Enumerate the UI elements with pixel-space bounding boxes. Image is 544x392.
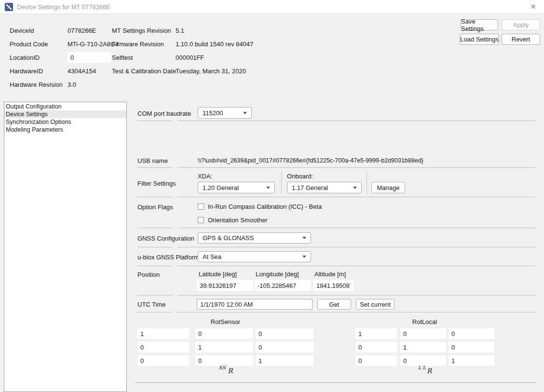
chevron-down-icon — [243, 112, 247, 114]
rotlocal-cell-0-2[interactable] — [449, 328, 494, 339]
product-code-value: MTi-G-710-2A8G4 — [68, 41, 119, 48]
rotlocal-title: RotLocal — [355, 318, 494, 325]
rotsensor-cell-0-2[interactable] — [256, 328, 313, 339]
option-flags-label: Option Flags — [137, 203, 173, 211]
utc-get-button[interactable]: Get — [317, 299, 351, 310]
selftest-label: Selftest — [112, 54, 133, 61]
rotsensor-notation: SS′R — [137, 365, 313, 373]
rotsensor-cell-2-1[interactable] — [195, 355, 253, 366]
xda-filter-dropdown[interactable]: 1.20 General — [198, 182, 275, 193]
separator — [281, 171, 282, 195]
separator — [177, 167, 535, 168]
separator — [177, 295, 535, 296]
utc-set-current-button[interactable]: Set current — [356, 299, 394, 310]
save-settings-button[interactable]: Save Settings — [461, 19, 498, 30]
gnss-configuration-value: GPS & GLONASS — [203, 234, 254, 242]
separator — [137, 247, 172, 247]
separator — [137, 295, 172, 296]
xda-filter-value: 1.20 General — [203, 184, 239, 191]
rotlocal-cell-1-1[interactable] — [400, 342, 446, 352]
separator — [177, 228, 535, 228]
rotlocal-cell-2-1[interactable] — [400, 355, 446, 366]
position-label: Position — [137, 271, 160, 278]
separator — [137, 167, 172, 168]
sidebar-item-output-configuration[interactable]: Output Configuration — [4, 103, 126, 110]
title-bar[interactable]: Device Settings for MT 0778266E ✕ — [0, 0, 544, 14]
separator — [136, 382, 535, 383]
hardwareid-label: HardwareID — [10, 68, 43, 75]
orientation-smoother-checkbox[interactable] — [198, 217, 204, 223]
apply-button[interactable]: Apply — [502, 19, 540, 30]
onboard-filter-dropdown[interactable]: 1.17 General — [287, 182, 362, 193]
separator — [137, 266, 172, 266]
com-baudrate-label: COM port baudrate — [137, 110, 191, 117]
settings-category-list: Output Configuration Device Settings Syn… — [4, 102, 127, 392]
icc-checkbox[interactable] — [198, 203, 204, 210]
chevron-down-icon — [302, 256, 306, 258]
rotsensor-cell-2-2[interactable] — [256, 355, 313, 366]
rotlocal-cell-0-0[interactable] — [355, 328, 397, 339]
rotlocal-cell-2-2[interactable] — [449, 355, 494, 366]
product-code-label: Product Code — [10, 41, 48, 48]
separator — [177, 121, 535, 121]
test-calibration-date-label: Test & Calibration Date — [112, 68, 176, 75]
rotsensor-cell-0-0[interactable] — [137, 328, 189, 339]
revert-button[interactable]: Revert — [502, 34, 540, 45]
firmware-revision-value: 1.10.0 build 1540 rev 84047 — [176, 41, 253, 48]
latitude-input[interactable] — [197, 280, 253, 291]
latitude-label: Latitude [deg] — [199, 270, 237, 278]
usb-name-label: USB name — [137, 157, 168, 164]
sidebar-item-synchronization-options[interactable]: Synchronization Options — [4, 118, 126, 126]
load-settings-button[interactable]: Load Settings — [460, 34, 499, 45]
com-baudrate-dropdown[interactable]: 115200 — [198, 107, 252, 119]
xsens-logo-icon — [5, 3, 13, 11]
rotsensor-cell-2-0[interactable] — [137, 355, 189, 366]
rotlocal-cell-1-0[interactable] — [355, 342, 397, 352]
ublox-gnss-platform-dropdown[interactable]: At Sea — [198, 251, 311, 262]
test-calibration-date-value: Tuesday, March 31, 2020 — [176, 68, 246, 75]
rotsensor-cell-1-2[interactable] — [256, 342, 313, 352]
rotsensor-cell-0-1[interactable] — [195, 328, 253, 339]
separator — [177, 312, 535, 312]
rotsensor-cell-1-1[interactable] — [195, 342, 253, 352]
icc-checkbox-row: In-Run Compass Calibration (ICC) - Beta — [198, 203, 322, 210]
hardwareid-value: 4304A154 — [68, 68, 96, 75]
utc-time-label: UTC Time — [137, 301, 166, 308]
sidebar-item-modeling-parameters[interactable]: Modeling Parameters — [4, 126, 126, 134]
utc-time-input[interactable] — [197, 299, 313, 310]
rotlocal-cell-0-1[interactable] — [400, 328, 446, 339]
separator — [177, 197, 535, 197]
rotlocal-notation: L′LR — [355, 365, 494, 373]
longitude-label: Longitude [deg] — [256, 270, 299, 278]
locationid-input[interactable] — [68, 52, 111, 63]
rotlocal-cell-2-0[interactable] — [355, 355, 397, 366]
altitude-input[interactable] — [313, 280, 354, 291]
close-icon[interactable]: ✕ — [527, 2, 539, 11]
altitude-label: Altitude [m] — [314, 270, 346, 278]
deviceid-label: DeviceId — [10, 27, 34, 34]
separator — [137, 228, 172, 228]
chevron-down-icon — [266, 187, 270, 189]
device-settings-window: Device Settings for MT 0778266E ✕ Device… — [0, 0, 544, 392]
deviceid-value: 0778266E — [68, 27, 96, 34]
manage-button[interactable]: Manage — [371, 182, 405, 193]
separator — [177, 266, 535, 266]
rotlocal-cell-1-2[interactable] — [449, 342, 494, 352]
selftest-value: 000001FF — [176, 54, 204, 61]
ublox-gnss-platform-label: u-blox GNSS Platform — [137, 254, 199, 261]
separator — [137, 197, 172, 197]
hardware-revision-label: Hardware Revision — [10, 81, 63, 88]
xda-label: XDA: — [198, 173, 212, 180]
mt-settings-revision-label: MT Settings Revision — [112, 27, 171, 34]
separator — [137, 121, 172, 121]
usb-name-value: \\?\usb#vid_2639&pid_0017#0778266e#{fd51… — [198, 157, 423, 164]
sidebar-item-device-settings[interactable]: Device Settings — [4, 110, 126, 118]
window-title: Device Settings for MT 0778266E — [17, 3, 527, 11]
chevron-down-icon — [302, 237, 306, 239]
rotsensor-cell-1-0[interactable] — [137, 342, 189, 352]
gnss-configuration-dropdown[interactable]: GPS & GLONASS — [198, 232, 311, 243]
longitude-input[interactable] — [255, 280, 311, 291]
separator — [177, 247, 535, 247]
separator — [137, 312, 172, 312]
chevron-down-icon — [353, 187, 357, 189]
